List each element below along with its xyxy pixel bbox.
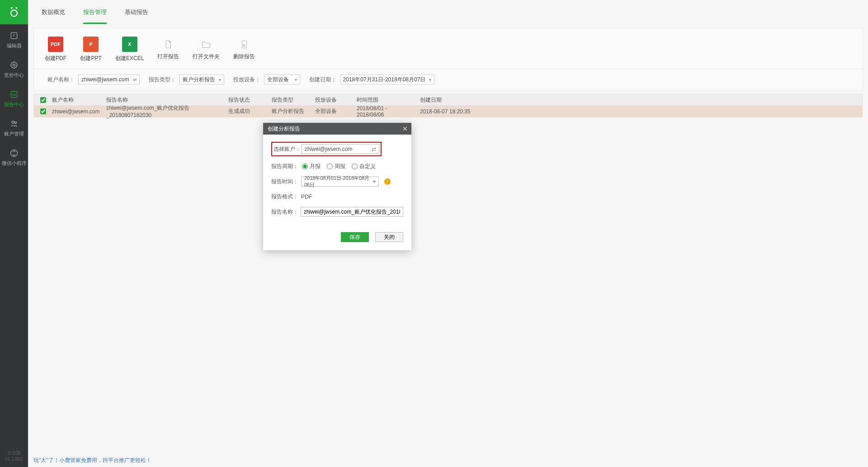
target-icon (9, 60, 19, 70)
swap-icon: ⇄ (133, 77, 137, 82)
edition-label: 企业版 (0, 450, 28, 456)
filter-date-label: 创建日期： (309, 76, 336, 84)
footer-promo-text[interactable]: 玩"大"了！小鹿管家免费用，跨平台推广更轻松！ (33, 457, 151, 464)
select-account-label: 选择账户： (274, 145, 302, 153)
top-tabs: 数据概览 报告管理 基础报告 (28, 0, 868, 24)
tool-label: 创建EXCEL (115, 55, 144, 62)
radio-monthly[interactable]: 月报 (302, 163, 321, 170)
open-folder-button[interactable]: 打开文件夹 (193, 38, 220, 61)
filter-account-label: 账户名称： (47, 76, 75, 84)
toolbar: PDF 创建PDF P 创建PPT X 创建EXCEL 打开报告 打开文件夹 (33, 28, 863, 69)
version-label: v1.1.801 (0, 456, 28, 462)
cell-report-name: zhiwei@jwsem.com_账户优化报告_20180807182030 (102, 104, 224, 118)
report-time-dropdown[interactable]: 2018年08月01日-2018年08月06日 ▾ (301, 177, 379, 187)
tab-overview[interactable]: 数据概览 (42, 8, 65, 24)
radio-weekly[interactable]: 周报 (327, 163, 345, 170)
col-type: 报告类型 (267, 96, 311, 104)
col-report-name: 报告名称 (102, 96, 224, 104)
dialog-title: 创建分析报告 (268, 125, 300, 133)
filter-account-select[interactable]: zhiwei@jwsem.com⇄ (78, 75, 140, 84)
select-account-dropdown[interactable]: zhiwei@jwsem.com ⇄ (302, 144, 379, 154)
chevron-down-icon: ▾ (373, 178, 376, 185)
dialog-header: 创建分析报告 ✕ (263, 123, 411, 135)
edit-icon (9, 31, 19, 41)
link-icon (9, 148, 19, 158)
report-name-input[interactable] (301, 207, 403, 217)
chevron-down-icon: ▾ (429, 77, 431, 82)
sidebar-item-label: 竞价中心 (4, 72, 24, 79)
filter-type-select[interactable]: 账户分析报告▾ (179, 75, 224, 84)
svg-point-6 (14, 121, 16, 123)
warning-icon: ! (384, 178, 391, 185)
sidebar-footer: 企业版 v1.1.801 (0, 450, 28, 467)
table-row[interactable]: zhiwei@jwsem.com zhiwei@jwsem.com_账户优化报告… (33, 106, 863, 117)
sidebar-item-account-mgmt[interactable]: 账户管理 (0, 112, 28, 142)
filter-date-select[interactable]: 2018年07月31日-2018年08月07日▾ (340, 75, 435, 84)
tool-label: 创建PDF (45, 55, 66, 62)
col-status: 报告状态 (224, 96, 267, 104)
row-checkbox[interactable] (40, 108, 46, 114)
filter-type-label: 报告类型： (149, 76, 176, 84)
create-ppt-button[interactable]: P 创建PPT (80, 37, 102, 62)
sidebar-item-label: 报告中心 (4, 101, 24, 108)
report-name-label: 报告名称： (271, 208, 299, 216)
delete-icon (238, 38, 250, 50)
cell-range: 2018/08/01 - 2018/08/06 (352, 105, 415, 118)
report-format-value: PDF (301, 194, 312, 200)
open-report-button[interactable]: 打开报告 (157, 38, 179, 61)
sidebar-item-label: 账户管理 (4, 131, 24, 137)
filter-device-label: 投放设备： (233, 76, 260, 84)
select-all-checkbox[interactable] (40, 97, 46, 103)
app-logo (0, 0, 28, 24)
col-range: 时间范围 (352, 96, 415, 104)
save-button[interactable]: 保存 (341, 232, 369, 242)
report-time-label: 报告时间： (271, 178, 299, 186)
cell-account: zhiwei@jwsem.com (47, 108, 102, 115)
cell-device: 全部设备 (311, 107, 352, 115)
sidebar-item-wechat-miniapp[interactable]: 微信小程序 (0, 142, 28, 171)
report-table: 账户名称 报告名称 报告状态 报告类型 投放设备 时间范围 创建日期 zhiwe… (33, 94, 863, 117)
delete-report-button[interactable]: 删除报告 (233, 38, 255, 61)
cell-type: 账户分析报告 (267, 107, 311, 115)
svg-point-0 (11, 10, 17, 16)
create-report-dialog: 创建分析报告 ✕ 选择账户： zhiwei@jwsem.com ⇄ 报告周期： … (263, 123, 411, 250)
sidebar-item-report[interactable]: 报告中心 (0, 83, 28, 112)
create-excel-button[interactable]: X 创建EXCEL (115, 37, 144, 62)
filter-device-select[interactable]: 全部设备▾ (264, 75, 300, 84)
tab-basic-report[interactable]: 基础报告 (125, 8, 148, 24)
radio-custom[interactable]: 自定义 (352, 163, 376, 170)
sidebar-item-editor[interactable]: 编辑器 (0, 24, 28, 54)
chevron-down-icon: ▾ (295, 77, 297, 82)
ppt-icon: P (83, 37, 99, 52)
create-pdf-button[interactable]: PDF 创建PDF (45, 37, 66, 62)
chart-icon (9, 89, 19, 99)
tool-label: 删除报告 (233, 53, 255, 61)
tool-label: 创建PPT (80, 55, 101, 62)
file-icon (162, 38, 174, 50)
close-button[interactable]: 关闭 (375, 232, 403, 242)
col-date: 创建日期 (415, 96, 506, 104)
sidebar-item-label: 编辑器 (7, 42, 22, 49)
folder-icon (200, 38, 212, 50)
sidebar: 编辑器 竞价中心 报告中心 账户管理 微信小程序 企业版 v1.1.801 (0, 0, 28, 467)
dialog-close-icon[interactable]: ✕ (402, 125, 408, 132)
sidebar-item-bidding[interactable]: 竞价中心 (0, 54, 28, 83)
report-format-label: 报告格式： (271, 193, 299, 201)
sidebar-item-label: 微信小程序 (2, 160, 27, 167)
main-area: 数据概览 报告管理 基础报告 PDF 创建PDF P 创建PPT X 创建EXC… (28, 0, 868, 467)
chevron-down-icon: ▾ (219, 77, 221, 82)
tool-label: 打开报告 (157, 53, 179, 61)
filter-bar: 账户名称： zhiwei@jwsem.com⇄ 报告类型： 账户分析报告▾ 投放… (33, 69, 863, 90)
col-device: 投放设备 (311, 96, 352, 104)
swap-icon: ⇄ (372, 146, 376, 152)
svg-point-5 (12, 121, 14, 123)
cell-status: 生成成功 (224, 107, 267, 115)
users-icon (9, 119, 19, 129)
tool-label: 打开文件夹 (193, 53, 220, 61)
report-period-radio-group: 月报 周报 自定义 (302, 163, 376, 170)
svg-point-2 (11, 62, 17, 68)
excel-icon: X (122, 37, 137, 52)
col-account: 账户名称 (47, 96, 102, 104)
tab-report-mgmt[interactable]: 报告管理 (83, 8, 107, 24)
cell-date: 2018-08-07 18:20:35 (415, 108, 506, 115)
